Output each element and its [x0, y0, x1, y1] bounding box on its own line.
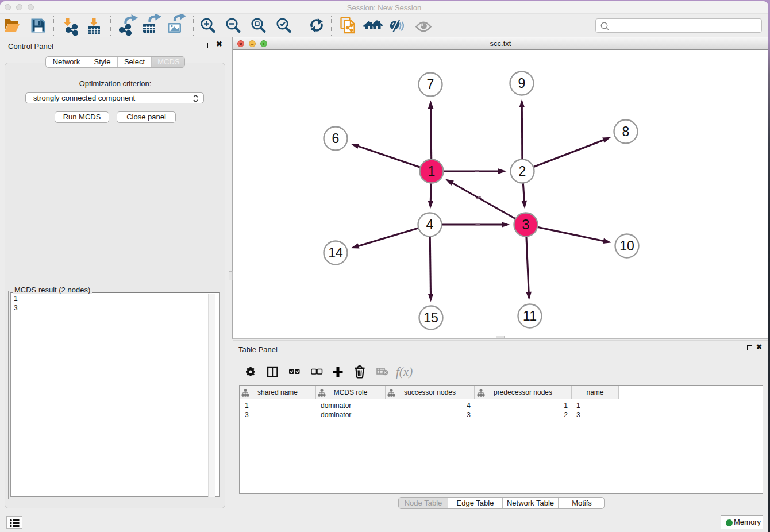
svg-text:11: 11 [523, 309, 537, 323]
svg-text:3: 3 [522, 217, 530, 232]
svg-text:1: 1 [428, 164, 436, 179]
svg-text:7: 7 [427, 77, 434, 92]
svg-text:2: 2 [519, 164, 526, 179]
svg-text:6: 6 [332, 131, 340, 146]
svg-text:15: 15 [424, 310, 438, 325]
svg-text:4: 4 [426, 217, 434, 232]
svg-text:f(x): f(x) [396, 365, 413, 379]
svg-text:8: 8 [622, 124, 630, 139]
svg-text:14: 14 [328, 245, 343, 260]
svg-text:9: 9 [518, 76, 526, 91]
svg-text:10: 10 [619, 238, 634, 253]
